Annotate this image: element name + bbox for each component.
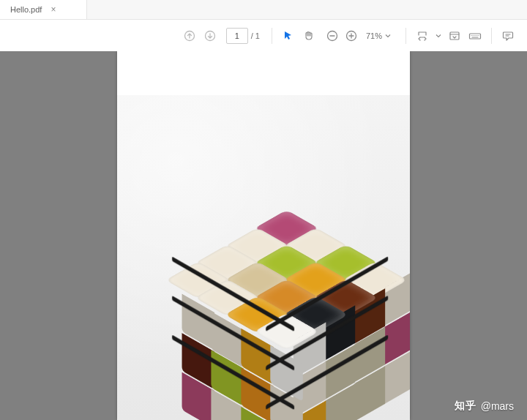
tab-hello-pdf[interactable]: Hello.pdf × xyxy=(0,0,87,19)
read-mode-icon xyxy=(449,30,460,42)
page-current-input[interactable] xyxy=(226,28,248,44)
separator xyxy=(491,28,492,44)
zoom-out-button[interactable] xyxy=(324,27,341,45)
zoom-level-label: 71% xyxy=(366,31,382,40)
document-viewer[interactable] xyxy=(0,51,527,420)
page-down-button[interactable] xyxy=(201,27,219,45)
keyboard-button[interactable] xyxy=(466,27,484,45)
chevron-down-icon xyxy=(385,33,391,39)
toolbar: / 1 71% xyxy=(0,20,527,53)
zoom-group: 71% xyxy=(324,27,395,45)
zoom-level-dropdown[interactable]: 71% xyxy=(362,27,395,45)
close-icon[interactable]: × xyxy=(49,4,57,15)
pdf-page xyxy=(117,51,410,420)
chevron-down-icon xyxy=(436,33,441,39)
zoom-in-button[interactable] xyxy=(343,27,360,45)
zoom-in-icon xyxy=(345,30,357,42)
watermark: 知乎 @mars xyxy=(455,400,514,413)
zhihu-logo: 知乎 xyxy=(455,400,476,413)
hand-tool-button[interactable] xyxy=(300,27,318,45)
page-whitespace xyxy=(117,51,410,95)
keyboard-icon xyxy=(468,30,482,42)
comment-icon xyxy=(502,30,514,42)
comment-button[interactable] xyxy=(499,27,517,45)
watermark-handle: @mars xyxy=(481,400,514,412)
tab-strip: Hello.pdf × xyxy=(0,0,527,20)
page-up-button[interactable] xyxy=(181,27,198,45)
fit-width-icon xyxy=(416,30,428,42)
page-number-group: / 1 xyxy=(226,28,260,44)
cake-photo xyxy=(117,95,410,420)
hand-icon xyxy=(303,30,315,42)
fit-width-button[interactable] xyxy=(414,27,431,45)
cursor-icon xyxy=(283,31,294,41)
separator xyxy=(405,28,406,44)
down-arrow-icon xyxy=(204,30,216,42)
zoom-out-icon xyxy=(326,30,338,42)
read-mode-button[interactable] xyxy=(446,27,463,45)
fit-width-dropdown[interactable] xyxy=(434,27,443,45)
tab-strip-spacer xyxy=(87,0,527,19)
up-arrow-icon xyxy=(184,30,195,42)
separator xyxy=(272,28,272,44)
page-total-label: / 1 xyxy=(251,31,260,40)
svg-rect-5 xyxy=(470,34,481,39)
tab-label: Hello.pdf xyxy=(10,5,42,14)
select-tool-button[interactable] xyxy=(280,27,297,45)
